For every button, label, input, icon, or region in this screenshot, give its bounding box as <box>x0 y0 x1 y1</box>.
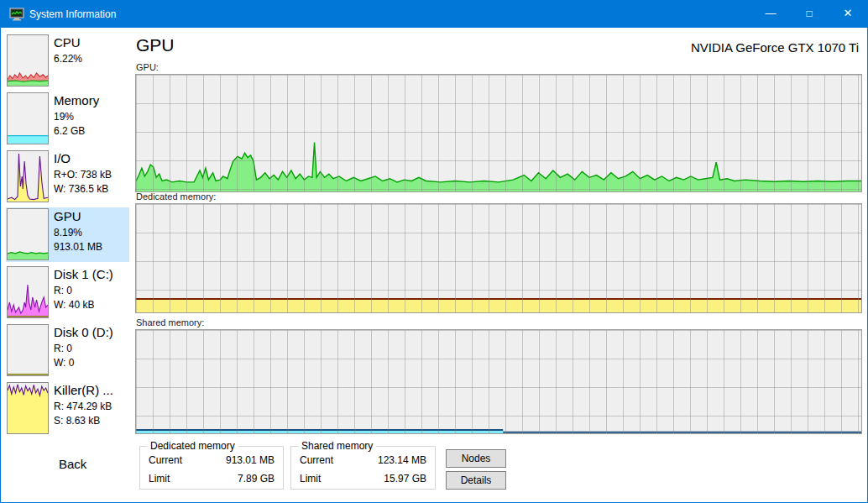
sidebar-item-value: R+O: 738 kB <box>54 168 129 182</box>
row-label: Limit <box>149 473 170 485</box>
sidebar-item-gpu[interactable]: GPU 8.19% 913.01 MB <box>6 207 129 262</box>
disk1-thumbnail-graph <box>7 266 49 318</box>
row-value: 913.01 MB <box>226 454 275 466</box>
system-information-window: System Information — □ ✕ CPU 6.22% Memor… <box>0 0 868 503</box>
titlebar: System Information — □ ✕ <box>1 1 867 28</box>
gpu-graph-label: GPU: <box>136 62 159 72</box>
sidebar-item-disk0[interactable]: Disk 0 (D:) R: 0 W: 0 <box>6 323 129 378</box>
maximize-icon: □ <box>806 8 812 19</box>
sidebar-item-label: CPU <box>54 34 129 52</box>
io-thumbnail-graph <box>7 150 49 202</box>
sidebar-item-value: S: 8.63 kB <box>54 414 129 428</box>
sidebar-item-label: Memory <box>54 92 129 110</box>
row-value: 123.14 MB <box>378 454 426 466</box>
sidebar-item-label: GPU <box>54 207 129 226</box>
close-icon: ✕ <box>844 7 853 19</box>
minimize-icon: — <box>766 7 776 19</box>
shared-memory-graph[interactable] <box>135 329 862 434</box>
minimize-button[interactable]: — <box>751 1 790 28</box>
cpu-thumbnail-graph <box>7 34 49 86</box>
nodes-button[interactable]: Nodes <box>446 449 506 468</box>
row-value: 15.97 GB <box>384 473 426 485</box>
memory-thumbnail-graph <box>7 92 49 144</box>
sidebar-item-value: W: 736.5 kB <box>54 182 129 196</box>
gpu-device-name: NVIDIA GeForce GTX 1070 Ti <box>691 40 859 55</box>
dedicated-memory-graph-label: Dedicated memory: <box>136 191 216 202</box>
dedicated-limit-row: Limit 7.89 GB <box>149 473 275 486</box>
back-button[interactable]: Back <box>59 457 86 471</box>
shared-memory-groupbox: Shared memory Current 123.14 MB Limit 15… <box>290 446 436 490</box>
row-label: Current <box>149 454 182 466</box>
sidebar-item-value: R: 474.29 kB <box>54 400 129 414</box>
sidebar-item-value: 19% <box>54 110 129 124</box>
maximize-button[interactable]: □ <box>790 1 829 28</box>
sidebar-item-label: Disk 1 (C:) <box>54 265 129 284</box>
sidebar-item-value: 913.01 MB <box>54 240 129 254</box>
sidebar-item-value: 6.22% <box>54 52 129 66</box>
shared-current-row: Current 123.14 MB <box>300 454 426 468</box>
sidebar-item-label: Disk 0 (D:) <box>54 323 129 342</box>
sidebar-item-io[interactable]: I/O R+O: 738 kB W: 736.5 kB <box>6 149 129 204</box>
dedicated-memory-groupbox: Dedicated memory Current 913.01 MB Limit… <box>139 446 284 490</box>
details-button[interactable]: Details <box>446 471 506 490</box>
row-value: 7.89 GB <box>238 473 275 485</box>
app-icon <box>9 7 24 22</box>
gpu-thumbnail-graph <box>7 208 49 260</box>
sidebar-item-label: Killer(R) ... <box>54 381 129 400</box>
window-title: System Information <box>29 1 116 28</box>
dedicated-memory-graph[interactable] <box>135 203 862 313</box>
groupbox-title: Shared memory <box>298 440 376 452</box>
sidebar-item-memory[interactable]: Memory 19% 6.2 GB <box>6 92 129 146</box>
sidebar-item-value: W: 0 <box>54 356 129 370</box>
dedicated-current-row: Current 913.01 MB <box>149 454 275 468</box>
row-label: Limit <box>300 473 321 485</box>
disk0-thumbnail-graph <box>7 324 49 376</box>
sidebar-item-label: I/O <box>54 149 129 168</box>
shared-limit-row: Limit 15.97 GB <box>300 473 426 486</box>
sidebar: CPU 6.22% Memory 19% 6.2 GB I/O R+O: 738… <box>6 34 129 491</box>
sidebar-item-value: R: 0 <box>54 342 129 356</box>
network-thumbnail-graph <box>7 382 49 434</box>
close-button[interactable]: ✕ <box>829 1 867 28</box>
page-title: GPU <box>136 35 175 55</box>
sidebar-item-value: 6.2 GB <box>54 124 129 139</box>
sidebar-item-value: R: 0 <box>54 284 129 298</box>
row-label: Current <box>300 454 333 466</box>
gpu-usage-graph[interactable] <box>135 74 862 192</box>
sidebar-item-value: 8.19% <box>54 226 129 240</box>
sidebar-item-network[interactable]: Killer(R) ... R: 474.29 kB S: 8.63 kB <box>6 381 129 436</box>
groupbox-title: Dedicated memory <box>147 440 238 452</box>
shared-memory-graph-label: Shared memory: <box>136 317 204 327</box>
sidebar-item-cpu[interactable]: CPU 6.22% <box>6 34 129 88</box>
sidebar-item-disk1[interactable]: Disk 1 (C:) R: 0 W: 40 kB <box>6 265 129 320</box>
sidebar-item-value: W: 40 kB <box>54 298 129 312</box>
